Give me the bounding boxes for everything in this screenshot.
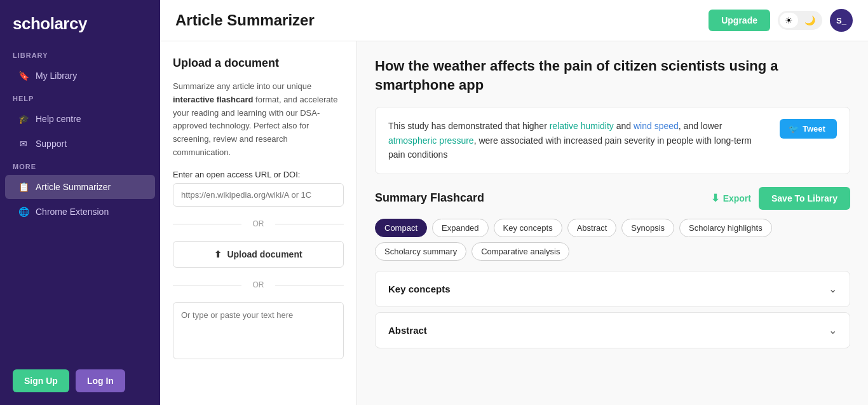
section-abstract[interactable]: Abstract⌄: [375, 312, 850, 348]
abstract-text: This study has demonstrated that higher …: [388, 119, 770, 161]
upload-desc-bold: interactive flashcard: [173, 95, 253, 104]
light-theme-button[interactable]: ☀: [780, 13, 798, 28]
filter-tags: CompactExpandedKey conceptsAbstractSynop…: [375, 219, 850, 261]
upload-button-label: Upload document: [227, 249, 302, 259]
tag-synopsis[interactable]: Synopsis: [621, 219, 674, 237]
tag-expanded[interactable]: Expanded: [432, 219, 489, 237]
section-key-concepts[interactable]: Key concepts⌄: [375, 271, 850, 307]
sidebar-section-library: LIBRARY 🔖 My Library: [0, 45, 160, 88]
upgrade-button[interactable]: Upgrade: [709, 10, 770, 31]
tweet-button[interactable]: 🐦 Tweet: [780, 119, 837, 139]
upload-title: Upload a document: [173, 57, 344, 70]
sidebar-item-label: Support: [36, 139, 67, 149]
save-to-library-button[interactable]: Save To Library: [759, 187, 850, 210]
top-header: Article Summarizer Upgrade ☀ 🌙 S_: [160, 0, 868, 41]
sidebar-item-label: My Library: [36, 71, 77, 81]
abstract-text-1: This study has demonstrated that higher: [388, 121, 550, 131]
chevron-down-icon: ⌄: [829, 283, 837, 295]
article-title: How the weather affects the pain of citi…: [375, 57, 850, 94]
sidebar: scholarcy LIBRARY 🔖 My Library HELP 🎓 He…: [0, 0, 160, 405]
abstract-text-2: and: [614, 121, 634, 131]
export-icon: ⬇: [711, 192, 719, 204]
tag-scholarcy-highlights[interactable]: Scholarcy highlights: [679, 219, 772, 237]
section-title: Abstract: [388, 325, 427, 336]
sidebar-section-more: MORE 📋 Article Summarizer 🌐 Chrome Exten…: [0, 156, 160, 224]
upload-icon: ⬆: [214, 249, 222, 259]
sidebar-label-more: MORE: [0, 156, 160, 174]
right-panel: How the weather affects the pain of citi…: [357, 41, 868, 405]
main-area: Article Summarizer Upgrade ☀ 🌙 S_ Upload…: [160, 0, 868, 405]
chrome-icon: 🌐: [18, 206, 29, 217]
twitter-icon: 🐦: [789, 124, 799, 134]
content-row: Upload a document Summarize any article …: [160, 41, 868, 405]
sidebar-item-chrome-extension[interactable]: 🌐 Chrome Extension: [5, 200, 155, 224]
url-input[interactable]: [173, 183, 344, 207]
tag-scholarcy-summary[interactable]: Scholarcy summary: [375, 242, 466, 261]
upload-description: Summarize any article into our unique in…: [173, 80, 344, 160]
mail-icon: ✉: [18, 138, 29, 149]
sidebar-item-support[interactable]: ✉ Support: [5, 132, 155, 156]
tag-abstract[interactable]: Abstract: [567, 219, 617, 237]
url-section: Enter an open access URL or DOI:: [173, 170, 344, 207]
sidebar-item-my-library[interactable]: 🔖 My Library: [5, 64, 155, 88]
tag-key-concepts[interactable]: Key concepts: [494, 219, 562, 237]
sidebar-item-label: Chrome Extension: [36, 207, 109, 217]
chevron-down-icon: ⌄: [829, 324, 837, 336]
abstract-text-3: , and lower: [679, 121, 722, 131]
sidebar-bottom: Sign Up Log In: [0, 357, 160, 405]
graduation-icon: 🎓: [18, 113, 29, 125]
left-panel: Upload a document Summarize any article …: [160, 41, 357, 405]
app-logo: scholarcy: [0, 0, 160, 45]
sidebar-label-library: LIBRARY: [0, 45, 160, 63]
sidebar-label-help: HELP: [0, 88, 160, 106]
page-title: Article Summarizer: [175, 11, 315, 29]
signup-button[interactable]: Sign Up: [13, 369, 69, 392]
header-right: Upgrade ☀ 🌙 S_: [709, 9, 853, 32]
upload-document-button[interactable]: ⬆ Upload document: [173, 241, 344, 268]
sections-container: Key concepts⌄Abstract⌄: [375, 271, 850, 348]
link-wind[interactable]: wind speed: [634, 121, 679, 131]
section-title: Key concepts: [388, 284, 451, 294]
dark-theme-button[interactable]: 🌙: [799, 13, 820, 28]
tag-comparative-analysis[interactable]: Comparative analysis: [471, 242, 569, 261]
abstract-box: This study has demonstrated that higher …: [375, 107, 850, 174]
bookmark-icon: 🔖: [18, 70, 29, 81]
document-icon: 📋: [18, 181, 29, 193]
flashcard-title: Summary Flashcard: [375, 191, 484, 205]
sidebar-item-label: Help centre: [36, 114, 81, 124]
flashcard-header: Summary Flashcard ⬇ Export Save To Libra…: [375, 187, 850, 210]
export-label: Export: [723, 193, 751, 203]
or-divider-2: OR: [173, 280, 344, 289]
or-divider-1: OR: [173, 219, 344, 228]
url-label: Enter an open access URL or DOI:: [173, 170, 344, 179]
theme-toggle: ☀ 🌙: [778, 11, 822, 30]
tweet-label: Tweet: [803, 124, 825, 134]
sidebar-item-help-centre[interactable]: 🎓 Help centre: [5, 107, 155, 131]
link-humidity[interactable]: relative humidity: [550, 121, 614, 131]
sidebar-item-label: Article Summarizer: [36, 182, 111, 192]
avatar[interactable]: S_: [830, 9, 853, 32]
tag-compact[interactable]: Compact: [375, 219, 427, 237]
sidebar-section-help: HELP 🎓 Help centre ✉ Support: [0, 88, 160, 156]
text-input[interactable]: [173, 302, 344, 359]
flashcard-actions: ⬇ Export Save To Library: [711, 187, 850, 210]
link-pressure[interactable]: atmospheric pressure: [388, 135, 474, 146]
sidebar-item-article-summarizer[interactable]: 📋 Article Summarizer: [5, 175, 155, 199]
upload-desc-plain: Summarize any article into our unique: [173, 81, 311, 91]
export-button[interactable]: ⬇ Export: [711, 192, 751, 204]
login-button[interactable]: Log In: [76, 369, 125, 392]
